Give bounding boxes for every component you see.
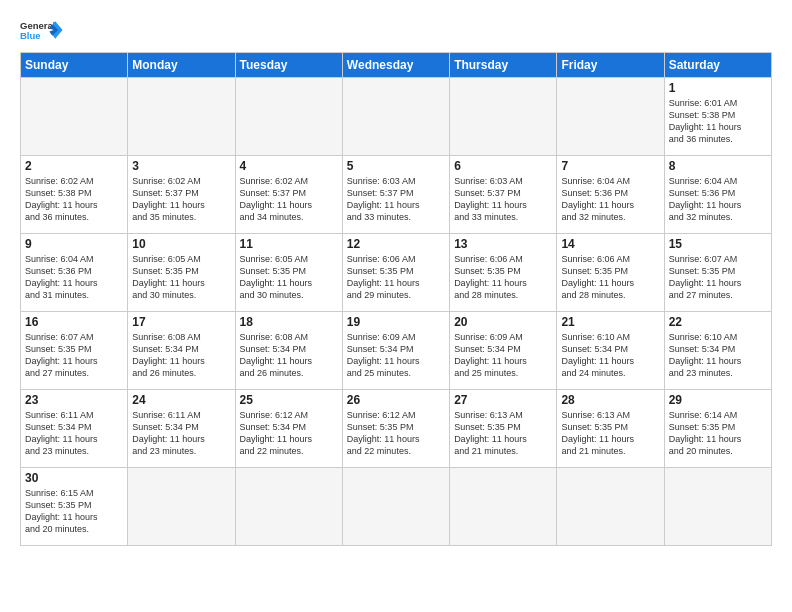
calendar-cell: [557, 468, 664, 546]
logo: General Blue: [20, 16, 64, 44]
day-number: 8: [669, 159, 767, 173]
calendar-cell: 24Sunrise: 6:11 AMSunset: 5:34 PMDayligh…: [128, 390, 235, 468]
day-info: Sunrise: 6:12 AMSunset: 5:35 PMDaylight:…: [347, 409, 445, 458]
day-info: Sunrise: 6:10 AMSunset: 5:34 PMDaylight:…: [669, 331, 767, 380]
calendar-cell: 8Sunrise: 6:04 AMSunset: 5:36 PMDaylight…: [664, 156, 771, 234]
day-number: 11: [240, 237, 338, 251]
weekday-header-tuesday: Tuesday: [235, 53, 342, 78]
day-number: 14: [561, 237, 659, 251]
day-info: Sunrise: 6:13 AMSunset: 5:35 PMDaylight:…: [454, 409, 552, 458]
calendar-cell: 6Sunrise: 6:03 AMSunset: 5:37 PMDaylight…: [450, 156, 557, 234]
calendar-cell: 2Sunrise: 6:02 AMSunset: 5:38 PMDaylight…: [21, 156, 128, 234]
calendar-cell: [450, 468, 557, 546]
day-info: Sunrise: 6:14 AMSunset: 5:35 PMDaylight:…: [669, 409, 767, 458]
weekday-header-thursday: Thursday: [450, 53, 557, 78]
day-info: Sunrise: 6:08 AMSunset: 5:34 PMDaylight:…: [132, 331, 230, 380]
calendar-cell: [342, 78, 449, 156]
calendar-cell: 19Sunrise: 6:09 AMSunset: 5:34 PMDayligh…: [342, 312, 449, 390]
weekday-header-monday: Monday: [128, 53, 235, 78]
calendar-cell: 9Sunrise: 6:04 AMSunset: 5:36 PMDaylight…: [21, 234, 128, 312]
day-number: 7: [561, 159, 659, 173]
calendar-cell: 13Sunrise: 6:06 AMSunset: 5:35 PMDayligh…: [450, 234, 557, 312]
day-info: Sunrise: 6:09 AMSunset: 5:34 PMDaylight:…: [347, 331, 445, 380]
weekday-header-wednesday: Wednesday: [342, 53, 449, 78]
day-info: Sunrise: 6:13 AMSunset: 5:35 PMDaylight:…: [561, 409, 659, 458]
weekday-header-saturday: Saturday: [664, 53, 771, 78]
calendar-cell: 4Sunrise: 6:02 AMSunset: 5:37 PMDaylight…: [235, 156, 342, 234]
calendar-cell: 17Sunrise: 6:08 AMSunset: 5:34 PMDayligh…: [128, 312, 235, 390]
day-number: 19: [347, 315, 445, 329]
day-info: Sunrise: 6:06 AMSunset: 5:35 PMDaylight:…: [347, 253, 445, 302]
day-number: 23: [25, 393, 123, 407]
day-number: 5: [347, 159, 445, 173]
calendar-cell: 14Sunrise: 6:06 AMSunset: 5:35 PMDayligh…: [557, 234, 664, 312]
day-number: 6: [454, 159, 552, 173]
day-info: Sunrise: 6:12 AMSunset: 5:34 PMDaylight:…: [240, 409, 338, 458]
calendar-cell: 30Sunrise: 6:15 AMSunset: 5:35 PMDayligh…: [21, 468, 128, 546]
day-info: Sunrise: 6:11 AMSunset: 5:34 PMDaylight:…: [132, 409, 230, 458]
day-info: Sunrise: 6:04 AMSunset: 5:36 PMDaylight:…: [25, 253, 123, 302]
day-number: 21: [561, 315, 659, 329]
day-info: Sunrise: 6:09 AMSunset: 5:34 PMDaylight:…: [454, 331, 552, 380]
day-number: 22: [669, 315, 767, 329]
calendar-cell: [128, 78, 235, 156]
calendar-cell: 10Sunrise: 6:05 AMSunset: 5:35 PMDayligh…: [128, 234, 235, 312]
calendar-cell: 16Sunrise: 6:07 AMSunset: 5:35 PMDayligh…: [21, 312, 128, 390]
day-number: 3: [132, 159, 230, 173]
day-info: Sunrise: 6:05 AMSunset: 5:35 PMDaylight:…: [240, 253, 338, 302]
calendar-cell: 27Sunrise: 6:13 AMSunset: 5:35 PMDayligh…: [450, 390, 557, 468]
calendar-cell: 26Sunrise: 6:12 AMSunset: 5:35 PMDayligh…: [342, 390, 449, 468]
day-number: 20: [454, 315, 552, 329]
calendar-cell: 1Sunrise: 6:01 AMSunset: 5:38 PMDaylight…: [664, 78, 771, 156]
calendar-cell: 3Sunrise: 6:02 AMSunset: 5:37 PMDaylight…: [128, 156, 235, 234]
calendar-cell: 12Sunrise: 6:06 AMSunset: 5:35 PMDayligh…: [342, 234, 449, 312]
day-number: 12: [347, 237, 445, 251]
day-info: Sunrise: 6:03 AMSunset: 5:37 PMDaylight:…: [347, 175, 445, 224]
calendar-cell: [235, 78, 342, 156]
day-number: 4: [240, 159, 338, 173]
day-info: Sunrise: 6:04 AMSunset: 5:36 PMDaylight:…: [561, 175, 659, 224]
day-number: 10: [132, 237, 230, 251]
calendar-cell: [450, 78, 557, 156]
page: General Blue SundayMondayTuesdayWednesda…: [0, 0, 792, 556]
calendar-cell: [664, 468, 771, 546]
day-info: Sunrise: 6:03 AMSunset: 5:37 PMDaylight:…: [454, 175, 552, 224]
day-number: 16: [25, 315, 123, 329]
generalblue-logo-icon: General Blue: [20, 16, 64, 44]
calendar-week-row: 9Sunrise: 6:04 AMSunset: 5:36 PMDaylight…: [21, 234, 772, 312]
weekday-header-row: SundayMondayTuesdayWednesdayThursdayFrid…: [21, 53, 772, 78]
calendar-week-row: 30Sunrise: 6:15 AMSunset: 5:35 PMDayligh…: [21, 468, 772, 546]
day-info: Sunrise: 6:04 AMSunset: 5:36 PMDaylight:…: [669, 175, 767, 224]
day-number: 26: [347, 393, 445, 407]
calendar-cell: [21, 78, 128, 156]
svg-text:Blue: Blue: [20, 30, 41, 41]
day-number: 28: [561, 393, 659, 407]
calendar-cell: [235, 468, 342, 546]
calendar-cell: 23Sunrise: 6:11 AMSunset: 5:34 PMDayligh…: [21, 390, 128, 468]
day-number: 24: [132, 393, 230, 407]
calendar-cell: 21Sunrise: 6:10 AMSunset: 5:34 PMDayligh…: [557, 312, 664, 390]
calendar-week-row: 16Sunrise: 6:07 AMSunset: 5:35 PMDayligh…: [21, 312, 772, 390]
calendar-week-row: 23Sunrise: 6:11 AMSunset: 5:34 PMDayligh…: [21, 390, 772, 468]
day-info: Sunrise: 6:07 AMSunset: 5:35 PMDaylight:…: [669, 253, 767, 302]
calendar-week-row: 2Sunrise: 6:02 AMSunset: 5:38 PMDaylight…: [21, 156, 772, 234]
day-info: Sunrise: 6:15 AMSunset: 5:35 PMDaylight:…: [25, 487, 123, 536]
day-info: Sunrise: 6:11 AMSunset: 5:34 PMDaylight:…: [25, 409, 123, 458]
calendar-cell: 5Sunrise: 6:03 AMSunset: 5:37 PMDaylight…: [342, 156, 449, 234]
day-info: Sunrise: 6:02 AMSunset: 5:38 PMDaylight:…: [25, 175, 123, 224]
calendar-cell: 18Sunrise: 6:08 AMSunset: 5:34 PMDayligh…: [235, 312, 342, 390]
calendar-cell: 11Sunrise: 6:05 AMSunset: 5:35 PMDayligh…: [235, 234, 342, 312]
day-info: Sunrise: 6:05 AMSunset: 5:35 PMDaylight:…: [132, 253, 230, 302]
day-number: 30: [25, 471, 123, 485]
calendar-cell: [557, 78, 664, 156]
calendar-cell: 25Sunrise: 6:12 AMSunset: 5:34 PMDayligh…: [235, 390, 342, 468]
calendar-cell: 15Sunrise: 6:07 AMSunset: 5:35 PMDayligh…: [664, 234, 771, 312]
day-number: 15: [669, 237, 767, 251]
day-number: 25: [240, 393, 338, 407]
day-info: Sunrise: 6:06 AMSunset: 5:35 PMDaylight:…: [454, 253, 552, 302]
day-number: 27: [454, 393, 552, 407]
calendar-week-row: 1Sunrise: 6:01 AMSunset: 5:38 PMDaylight…: [21, 78, 772, 156]
day-info: Sunrise: 6:02 AMSunset: 5:37 PMDaylight:…: [132, 175, 230, 224]
day-number: 13: [454, 237, 552, 251]
day-number: 9: [25, 237, 123, 251]
